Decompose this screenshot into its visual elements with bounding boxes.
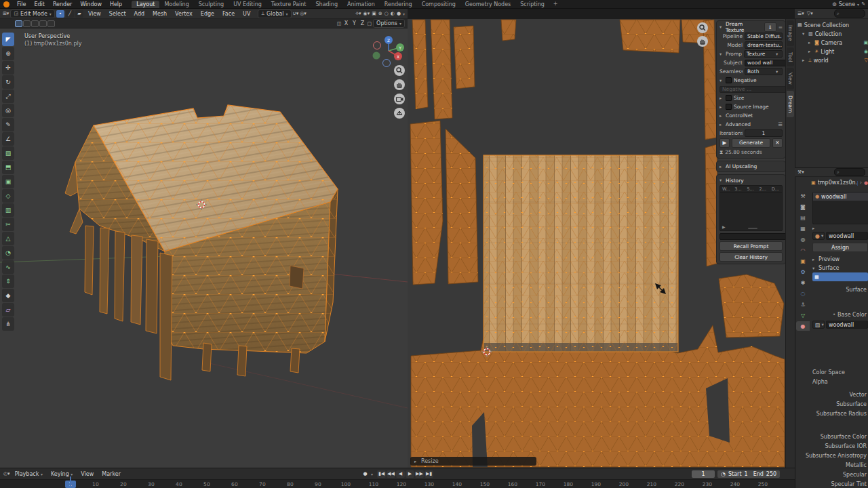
recall-prompt-button[interactable]: Recall Prompt <box>719 241 783 251</box>
move-tool-icon[interactable]: ✛ <box>2 61 14 75</box>
tab-scene-icon[interactable]: ◍ <box>796 235 810 244</box>
outliner-search[interactable]: ⌕ <box>834 9 865 18</box>
zoom-icon[interactable] <box>697 22 708 33</box>
playhead[interactable] <box>70 476 71 488</box>
outliner-item-collection[interactable]: ▾ ▥ Collection <box>797 30 868 39</box>
zoom-icon[interactable] <box>394 65 405 76</box>
shrink-fatten-tool-icon[interactable]: ◆ <box>2 289 14 302</box>
surface-panel-label[interactable]: Surface <box>818 265 839 271</box>
tab-modifiers-icon[interactable]: ⚙ <box>796 267 810 277</box>
history-col[interactable]: 2... <box>757 186 770 192</box>
tab-constraints-icon[interactable]: ⚓ <box>796 300 810 309</box>
specials-menu-icon[interactable]: ▸ <box>812 226 816 231</box>
shading-material-icon[interactable]: ◐ <box>391 11 395 16</box>
annotate-tool-icon[interactable]: ✎ <box>2 118 14 131</box>
mode-dropdown[interactable]: ◲ Edit Mode ▾ <box>10 9 54 18</box>
select-box-tool-icon[interactable]: ◤ <box>2 33 14 46</box>
history-search-input[interactable] <box>719 233 791 240</box>
preview-panel-label[interactable]: Preview <box>818 256 840 262</box>
start-frame-field[interactable]: 1 <box>745 471 748 477</box>
gizmo-neg-y-ball[interactable] <box>373 52 380 60</box>
scene-selector[interactable]: ◍ Scene ▾ ✎ <box>833 1 868 7</box>
smooth-tool-icon[interactable]: ∿ <box>2 260 14 274</box>
tab-tool-icon[interactable]: ⚒ <box>796 191 810 201</box>
drag-handle-icon[interactable]: ≡ <box>778 24 783 30</box>
model-dropdown[interactable]: dream-textu...▾ <box>745 41 783 49</box>
browse-material-icon[interactable]: ●▾ <box>812 232 825 240</box>
tab-particles-icon[interactable]: ✱ <box>796 278 810 287</box>
expand-arrow-icon[interactable]: ▸ <box>808 39 812 47</box>
image-browse-icon[interactable]: ▨▾ <box>812 321 825 329</box>
mirror-y-toggle[interactable]: Y <box>351 20 357 26</box>
menu-mesh[interactable]: Mesh <box>149 11 170 17</box>
scrollbar[interactable] <box>748 228 757 229</box>
generate-button[interactable]: Generate <box>732 138 770 148</box>
end-frame-field[interactable]: 250 <box>766 471 776 477</box>
select-mode-set-icon[interactable] <box>15 20 22 27</box>
tab-material-icon[interactable]: ● <box>796 321 810 331</box>
jump-to-end-button[interactable]: ▶▮ <box>425 470 433 478</box>
expand-arrow-icon[interactable]: ▸ <box>719 96 724 101</box>
pin-icon[interactable]: ✎ <box>861 1 865 7</box>
history-col[interactable]: 5... <box>745 186 757 192</box>
editor-type-icon[interactable]: ⚒▾ <box>797 169 804 175</box>
menu-vertex[interactable]: Vertex <box>172 11 196 17</box>
size-checkbox[interactable] <box>726 95 732 101</box>
shading-wireframe-icon[interactable]: ⊕ <box>378 11 382 16</box>
navigation-gizmo[interactable]: Z Y X <box>372 34 406 68</box>
options-dropdown[interactable]: Options ▾ <box>373 19 405 28</box>
collapse-arrow-icon[interactable]: ▾ <box>719 24 724 30</box>
tab-geometry-nodes[interactable]: Geometry Nodes <box>460 1 515 8</box>
measure-tool-icon[interactable]: ∠ <box>2 132 14 146</box>
snap-base-icon[interactable]: ▢ <box>367 21 372 26</box>
next-keyframe-button[interactable]: ▶▶ <box>415 470 424 478</box>
cursor-tool-icon[interactable]: ⊕ <box>2 47 14 60</box>
mirror-z-toggle[interactable]: Z <box>359 20 366 26</box>
tab-texture-paint[interactable]: Texture Paint <box>267 1 311 8</box>
filter-icon[interactable]: ▽▾ <box>807 11 813 16</box>
overlays-icon[interactable]: ◉▾ <box>363 11 370 16</box>
menu-edge[interactable]: Edge <box>197 11 218 17</box>
iterations-slider[interactable]: 1 <box>745 129 783 137</box>
material-name-field[interactable]: woodwall <box>826 232 868 240</box>
tab-image[interactable]: Image <box>787 20 794 46</box>
source-image-checkbox[interactable] <box>726 104 732 110</box>
shading-rendered-icon[interactable]: ● <box>397 11 401 16</box>
orientation-dropdown[interactable]: ⟂ Global ▾ <box>258 9 291 18</box>
menu-window[interactable]: Window <box>76 1 106 7</box>
viewport-canvas[interactable]: User Perspective (1) tmp0wx1zs0n.ply Z Y… <box>0 28 408 468</box>
rotate-tool-icon[interactable]: ↻ <box>2 75 14 89</box>
tab-tool[interactable]: Tool <box>787 47 794 67</box>
presets-icon[interactable]: ☰ <box>778 121 783 127</box>
expand-arrow-icon[interactable]: ▸ <box>812 257 816 262</box>
tab-animation[interactable]: Animation <box>342 1 380 8</box>
operator-redo-panel[interactable]: ▸ Resize <box>410 457 536 466</box>
pipeline-dropdown[interactable]: Stable Diffus...▾ <box>745 33 783 40</box>
mesh-data-icon[interactable]: ▽ <box>865 56 868 65</box>
select-mode-invert-icon[interactable] <box>39 20 47 27</box>
jump-to-start-button[interactable]: ▮◀ <box>377 470 386 478</box>
breadcrumb-object-name[interactable]: tmp0wx1zs0n.ply <box>818 180 858 186</box>
rip-region-tool-icon[interactable]: ⋔ <box>2 317 14 331</box>
tab-layout[interactable]: Layout <box>132 1 159 8</box>
extrude-region-tool-icon[interactable]: ⬒ <box>2 161 14 174</box>
house-mesh[interactable] <box>65 105 338 380</box>
render-visibility-icon[interactable]: ▣ <box>863 39 868 47</box>
spin-tool-icon[interactable]: ◔ <box>2 246 14 260</box>
gizmo-neg-z-ball[interactable] <box>383 60 391 67</box>
seamless-dropdown[interactable]: Both▾ <box>745 68 783 75</box>
tab-data-icon[interactable]: ▽ <box>796 310 810 320</box>
menu-uv[interactable]: UV <box>239 11 254 17</box>
history-col[interactable]: W... <box>720 186 732 192</box>
tab-view[interactable]: View <box>787 68 794 89</box>
xray-icon[interactable]: ▣ <box>372 11 376 16</box>
properties-search[interactable]: ⌕ <box>834 168 865 176</box>
prompt-type-dropdown[interactable]: Texture▾ <box>744 50 783 58</box>
active-node-row[interactable]: ▦ <box>812 272 868 281</box>
bevel-tool-icon[interactable]: ◇ <box>2 189 14 203</box>
collapse-arrow-icon[interactable]: ▾ <box>812 266 816 271</box>
material-slot-list[interactable]: ● woodwall <box>812 192 868 224</box>
tab-modeling[interactable]: Modeling <box>159 1 193 8</box>
mirror-x-toggle[interactable]: X <box>342 20 349 26</box>
outliner-item-camera[interactable]: ▸ ◙ Camera ▣ <box>797 39 868 47</box>
